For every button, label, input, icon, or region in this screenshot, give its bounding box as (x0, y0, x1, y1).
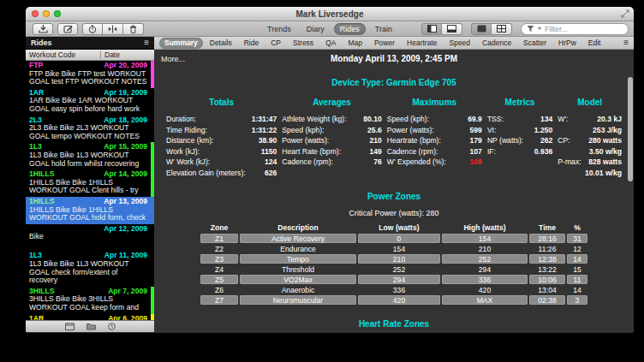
filter-input[interactable] (545, 25, 622, 33)
stat-label: TSS: (487, 114, 504, 125)
ride-list-item[interactable]: 1ARApr 19, 20091AR Bike Bike 1AR WORKOUT… (26, 88, 154, 116)
more-link[interactable]: More... (161, 55, 185, 63)
stat-value: 179 (470, 135, 482, 146)
split-view-icon (108, 25, 117, 33)
tiled-view-button[interactable] (492, 23, 512, 35)
stopwatch-button[interactable] (82, 23, 103, 35)
zones-col-header: High (watts) (442, 223, 528, 233)
tab-hrpw[interactable]: HrPw (553, 38, 581, 49)
zone-cell: 252 (358, 264, 440, 274)
ride-list-item[interactable]: 1L3Apr 11, 20091L3 Bike Bike 1L3 WORKOUT… (26, 251, 154, 286)
column-workout-code[interactable]: Workout Code (26, 50, 101, 59)
stat-row: Speed (kph):25.6 (282, 125, 382, 136)
zoom-button[interactable] (54, 10, 61, 17)
sidebar-menu-icon[interactable]: ≡ (144, 39, 149, 47)
import-button[interactable] (33, 23, 53, 35)
main-scrollbar-thumb[interactable] (628, 77, 633, 181)
tab-edit[interactable]: Edit (583, 38, 606, 49)
stat-label: CP: (558, 135, 569, 146)
tabbed-view-button[interactable] (471, 23, 492, 35)
power-zones-header-row: ZoneDescriptionLow (watts)High (watts)Ti… (200, 223, 587, 233)
tab-map[interactable]: Map (343, 38, 367, 49)
tab-cp[interactable]: CP (265, 38, 286, 49)
stat-row: 253 J/kg (558, 125, 622, 136)
zone-cell: Z4 (200, 264, 238, 274)
resize-icon[interactable] (621, 9, 629, 18)
stat-value: 828 watts (588, 157, 622, 168)
stat-row: Distance (km):38.90 (166, 135, 277, 146)
zone-cell: Z5 (200, 275, 238, 284)
ride-list-item[interactable]: 1HILLSApr 13, 20091HILLS Bike Bike 1HILL… (26, 197, 154, 224)
stat-value: 10.01 w/kg (585, 168, 622, 179)
stat-label: Speed (kph): (282, 125, 324, 136)
sidebar-toggle-button[interactable] (421, 23, 442, 35)
view-diary[interactable]: Diary (301, 23, 331, 35)
ride-desc-line2: GOAL hold form whilst recovering (29, 160, 147, 169)
ride-list-columns[interactable]: Workout Code Date (26, 50, 154, 61)
tab-ride[interactable]: Ride (239, 38, 264, 49)
stat-row: TSS:134 (487, 114, 552, 125)
import-icon (39, 25, 48, 33)
view-trends[interactable]: Trends (261, 23, 297, 35)
filter-field[interactable] (521, 23, 629, 35)
split-activity-button[interactable] (103, 23, 123, 35)
stat-value: 149 (369, 146, 381, 157)
folder-icon[interactable] (86, 323, 96, 330)
zone-cell: Z7 (200, 295, 238, 305)
tab-details[interactable]: Details (205, 38, 237, 49)
stat-row: P-max:828 watts (558, 157, 622, 168)
power-zone-row: Z5VO2Max29433610:0611 (200, 275, 587, 284)
sidebar-header-label: Rides (31, 39, 52, 47)
stat-label (558, 168, 559, 179)
calendar-icon[interactable] (65, 323, 75, 330)
delete-button[interactable] (123, 23, 144, 35)
ride-list-item[interactable]: 1HILLSApr 14, 20091HILLS Bike Bike 1HILL… (26, 169, 154, 197)
minimize-button[interactable] (43, 10, 50, 17)
ride-list-item[interactable]: Apr 12, 2009Bike (26, 224, 154, 252)
tab-scatter[interactable]: Scatter (518, 38, 552, 49)
zones-col-header: Zone (200, 223, 238, 233)
sidebar-header[interactable]: Rides ≡ (26, 37, 154, 50)
stat-value: 108 (470, 157, 482, 168)
stat-label: P-max: (558, 157, 581, 168)
critical-power-line: Critical Power (watts): 280 (154, 209, 634, 217)
tab-cadence[interactable]: Cadence (477, 38, 516, 49)
tab-power[interactable]: Power (369, 38, 400, 49)
ride-list-item[interactable]: 1ARApr 6, 20091AR Bike Bike 1AR WORKOUTG… (26, 314, 154, 320)
tab-summary[interactable]: Summary (159, 38, 203, 49)
tab-heartrate[interactable]: Heartrate (402, 38, 442, 49)
zone-cell: 3 (567, 295, 587, 305)
view-rides[interactable]: Rides (334, 23, 366, 35)
ride-list-item[interactable]: 3HILLSApr 7, 20093HILLS Bike Bike 3HILLS… (26, 287, 154, 314)
tab-qa[interactable]: QA (320, 38, 341, 49)
chart-tabs: SummaryDetailsRideCPStressQAMapPowerHear… (154, 37, 634, 50)
stat-row: Cadence (rpm):76 (282, 157, 382, 168)
ride-list-item[interactable]: 1L3Apr 15, 20091L3 Bike Bike 1L3 WORKOUT… (26, 142, 154, 169)
zone-cell: 12:38 (529, 254, 565, 264)
zone-cell: Z2 (200, 244, 238, 253)
clock-icon[interactable] (108, 323, 116, 330)
zone-cell: 11:26 (529, 244, 565, 253)
column-date[interactable]: Date (101, 50, 120, 59)
zones-col-header: % (567, 223, 587, 233)
manual-entry-button[interactable] (57, 23, 78, 35)
ride-list-item[interactable]: FTPApr 20, 2009FTP Bike Bike FTP test WO… (26, 61, 154, 88)
close-button[interactable] (32, 10, 39, 17)
ride-desc-line2: GOAL easy spin before hard work (29, 105, 147, 114)
zone-cell: 154 (442, 234, 528, 243)
view-train[interactable]: Train (369, 23, 398, 35)
stat-label: Cadence (rpm): (282, 157, 333, 168)
stat-value: 1:31:47 (252, 114, 277, 125)
lowbar-toggle-button[interactable] (442, 23, 462, 35)
main-scrollbar[interactable] (627, 50, 633, 332)
device-type-line: Device Type: Garmin Edge 705 (154, 78, 634, 87)
title-bar[interactable]: Mark Liversedge (26, 7, 634, 21)
tab-speed[interactable]: Speed (444, 38, 475, 49)
ride-item-header: 1ARApr 6, 2009 (29, 315, 147, 320)
stat-label: Heart Rate (bpm): (282, 146, 341, 157)
tab-stress[interactable]: Stress (288, 38, 319, 49)
tabbar-menu-icon[interactable]: ≡ (623, 39, 629, 47)
stat-value: 107 (470, 146, 482, 157)
stat-label: Power (watts): (387, 125, 434, 136)
ride-list-item[interactable]: 2L3Apr 18, 20092L3 Bike Bike 2L3 WORKOUT… (26, 116, 154, 143)
